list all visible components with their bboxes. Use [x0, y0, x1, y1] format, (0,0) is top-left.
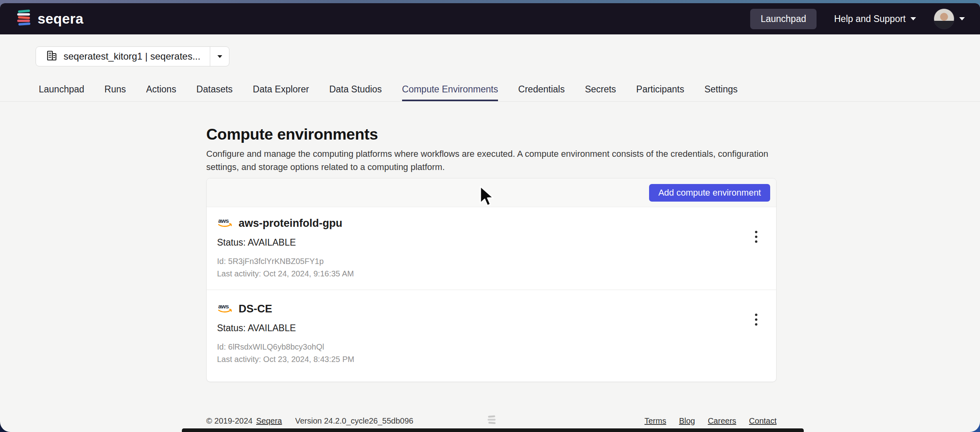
ce-status: Status: AVAILABLE	[217, 323, 766, 334]
kebab-dot	[755, 318, 757, 321]
tab-secrets[interactable]: Secrets	[585, 84, 616, 101]
add-compute-environment-button[interactable]: Add compute environment	[649, 184, 770, 202]
tab-compute-environments[interactable]: Compute Environments	[402, 84, 498, 101]
ce-name-link[interactable]: DS-CE	[239, 303, 272, 315]
kebab-dot	[755, 236, 757, 238]
workspace-tab-bar: Launchpad Runs Actions Datasets Data Exp…	[0, 84, 980, 102]
tab-participants[interactable]: Participants	[636, 84, 684, 101]
ce-last-activity: Last activity: Oct 24, 2024, 9:16:35 AM	[217, 269, 766, 278]
seqera-logo-text: seqera	[38, 11, 84, 27]
aws-icon: aws	[217, 303, 233, 315]
ce-options-menu-button[interactable]	[748, 228, 764, 246]
tab-actions[interactable]: Actions	[146, 84, 176, 101]
svg-text:aws: aws	[218, 303, 229, 310]
browser-window: seqera Launchpad Help and Support	[0, 3, 980, 432]
workspace-selector-label: seqeratest_kitorg1 | seqerates...	[64, 51, 200, 62]
ce-id: Id: 6lRsdxWILQ6yb8bcy3ohQl	[217, 342, 766, 352]
avatar[interactable]	[934, 8, 954, 29]
blog-link[interactable]: Blog	[679, 416, 695, 426]
organization-icon	[46, 50, 58, 63]
workspace-selector-main[interactable]: seqeratest_kitorg1 | seqerates...	[36, 47, 210, 66]
header-actions: Launchpad Help and Support	[750, 8, 965, 29]
help-and-support-label: Help and Support	[834, 14, 906, 24]
kebab-dot	[755, 314, 757, 316]
ce-options-menu-button[interactable]	[748, 311, 764, 328]
kebab-dot	[755, 323, 757, 326]
page-title: Compute environments	[206, 126, 378, 143]
chevron-down-icon	[217, 55, 222, 58]
ce-meta: Id: 5R3jFn3fclYrKNBZ05FY1p Last activity…	[217, 256, 766, 278]
ce-meta: Id: 6lRsdxWILQ6yb8bcy3ohQl Last activity…	[217, 342, 766, 364]
tab-datasets[interactable]: Datasets	[196, 84, 233, 101]
workspace-selector[interactable]: seqeratest_kitorg1 | seqerates...	[36, 46, 229, 66]
copyright-text: © 2019-2024	[206, 416, 253, 426]
user-menu[interactable]	[934, 8, 965, 29]
seqera-logo-icon	[15, 9, 33, 29]
footer: © 2019-2024 Seqera Version 24.2.0_cycle2…	[206, 412, 777, 430]
top-nav-bar: seqera Launchpad Help and Support	[0, 3, 980, 34]
ce-last-activity: Last activity: Oct 23, 2024, 8:43:25 PM	[217, 354, 766, 364]
chevron-down-icon	[910, 17, 916, 20]
footer-links: Terms Blog Careers Contact	[644, 416, 777, 426]
dock-bar	[182, 428, 804, 432]
version-text: Version 24.2.0_cycle26_55db096	[295, 416, 413, 426]
tab-data-studios[interactable]: Data Studios	[329, 84, 382, 101]
seqera-mark-icon	[486, 414, 497, 428]
kebab-dot	[755, 231, 757, 233]
tab-credentials[interactable]: Credentials	[518, 84, 565, 101]
seqera-logo[interactable]: seqera	[15, 9, 84, 29]
workspace-selector-toggle[interactable]	[210, 47, 229, 66]
compute-environment-row: aws aws-proteinfold-gpu Status: AVAILABL…	[207, 207, 776, 290]
compute-environment-row: aws DS-CE Status: AVAILABLE Id: 6lRsdxWI…	[207, 290, 776, 382]
tab-data-explorer[interactable]: Data Explorer	[253, 84, 309, 101]
launchpad-button[interactable]: Launchpad	[750, 9, 817, 29]
careers-link[interactable]: Careers	[708, 416, 736, 426]
ce-name-line: aws aws-proteinfold-gpu	[217, 217, 766, 230]
tab-runs[interactable]: Runs	[104, 84, 126, 101]
ce-status: Status: AVAILABLE	[217, 237, 766, 248]
contact-link[interactable]: Contact	[749, 416, 777, 426]
svg-text:aws: aws	[218, 217, 229, 224]
compute-environments-toolbar: Add compute environment	[207, 178, 776, 207]
chevron-down-icon	[959, 17, 965, 20]
ce-name-link[interactable]: aws-proteinfold-gpu	[239, 217, 342, 230]
tab-settings[interactable]: Settings	[704, 84, 737, 101]
kebab-dot	[755, 240, 757, 243]
page-description: Configure and manage the computing platf…	[206, 147, 777, 174]
aws-icon: aws	[217, 217, 233, 230]
tab-launchpad[interactable]: Launchpad	[39, 84, 84, 101]
screen: seqera Launchpad Help and Support	[0, 0, 980, 432]
ce-name-line: aws DS-CE	[217, 303, 766, 315]
footer-copyright: © 2019-2024 Seqera Version 24.2.0_cycle2…	[206, 416, 413, 426]
help-and-support-menu[interactable]: Help and Support	[834, 14, 916, 24]
terms-link[interactable]: Terms	[644, 416, 666, 426]
seqera-company-link[interactable]: Seqera	[256, 416, 282, 426]
ce-id: Id: 5R3jFn3fclYrKNBZ05FY1p	[217, 256, 766, 266]
compute-environments-card: Add compute environment aws aws-proteinf…	[206, 178, 777, 382]
